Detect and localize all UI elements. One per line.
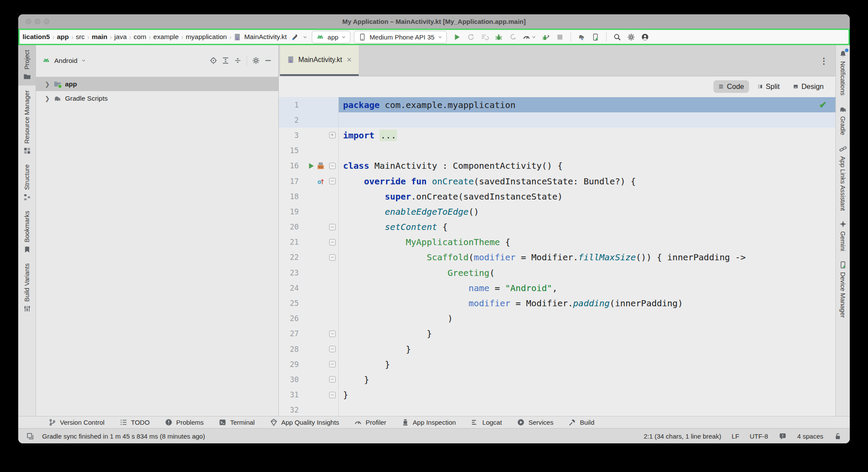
breadcrumb-item-app[interactable]: app (56, 33, 69, 41)
close-window-button[interactable] (26, 19, 31, 24)
breadcrumb-item-src[interactable]: src (75, 33, 85, 41)
sidebar-tab-gemini[interactable]: Gemini (836, 215, 850, 256)
code-editor[interactable]: CodeSplitDesign 1package com.example.mya… (279, 76, 835, 416)
editor-tab-mainactivity[interactable]: MainActivity.kt ✕ (280, 45, 359, 76)
project-view-mode[interactable]: Android (54, 57, 77, 65)
sidebar-tab-resource-manager[interactable]: Resource Manager (18, 85, 36, 160)
code-line-31[interactable]: 31−} (279, 387, 835, 403)
code-line-23[interactable]: 23 Greeting( (279, 265, 835, 280)
fold-collapse-icon[interactable]: − (329, 178, 336, 184)
sidebar-tab-device-manager[interactable]: Device Manager (836, 256, 850, 323)
fold-expand-icon[interactable]: + (329, 132, 336, 138)
line-number[interactable]: 27 (279, 329, 299, 338)
toolwindow-button-todo[interactable]: TODO (112, 416, 157, 428)
sidebar-tab-notifications[interactable]: Notifications (836, 45, 850, 100)
code-line-16[interactable]: 16−class MainActivity : ComponentActivit… (279, 158, 835, 174)
device-manager-button[interactable] (591, 33, 600, 41)
collapse-all-icon[interactable] (234, 56, 242, 65)
layout-windows-icon[interactable] (26, 432, 34, 440)
fold-collapse-icon[interactable]: − (329, 392, 336, 398)
line-number[interactable]: 22 (279, 253, 299, 262)
account-button[interactable] (641, 33, 649, 41)
code-line-22[interactable]: 22− Scaffold(modifier = Modifier.fillMax… (279, 250, 835, 265)
fold-collapse-icon[interactable]: − (329, 254, 336, 261)
line-number[interactable]: 16 (279, 161, 299, 170)
tree-row-gradle-scripts[interactable]: ❯Gradle Scripts (36, 91, 278, 105)
sidebar-tab-bookmarks[interactable]: Bookmarks (18, 206, 36, 259)
code-line-3[interactable]: 3+import ... (279, 128, 835, 143)
sidebar-tab-gradle[interactable]: Gradle (836, 100, 850, 140)
fold-collapse-icon[interactable]: − (329, 331, 336, 337)
toolwindow-button-terminal[interactable]: Terminal (211, 416, 262, 428)
code-line-24[interactable]: 24 name = "Android", (279, 280, 835, 295)
view-mode-code[interactable]: Code (713, 80, 749, 93)
inspection-ok-icon[interactable]: ✔ (819, 100, 827, 110)
line-number[interactable]: 17 (279, 177, 299, 186)
line-number[interactable]: 15 (279, 146, 299, 155)
caret-position[interactable]: 2:1 (34 chars, 1 line break) (644, 433, 721, 440)
line-number[interactable]: 30 (279, 375, 299, 384)
line-number[interactable]: 26 (279, 314, 299, 323)
code-line-2[interactable]: 2 (279, 112, 835, 128)
device-select[interactable]: Medium Phone API 35 (354, 31, 446, 43)
file-encoding[interactable]: UTF-8 (749, 433, 768, 440)
indent-setting[interactable]: 4 spaces (797, 433, 823, 440)
build-picker[interactable] (291, 33, 307, 41)
fold-collapse-icon[interactable]: − (329, 163, 336, 169)
zoom-window-button[interactable] (44, 19, 50, 24)
run-button[interactable] (453, 33, 461, 41)
panel-settings-icon[interactable] (252, 56, 260, 65)
hide-panel-icon[interactable] (264, 56, 272, 65)
profile-debuggable-button[interactable] (542, 33, 550, 41)
code-line-30[interactable]: 30− } (279, 372, 835, 387)
sidebar-tab-structure[interactable]: Structure (18, 160, 36, 206)
line-number[interactable]: 32 (279, 406, 299, 414)
fold-collapse-icon[interactable]: − (329, 361, 336, 367)
run-configuration-select[interactable]: app (312, 31, 350, 43)
code-line-18[interactable]: 18 super.onCreate(savedInstanceState) (279, 189, 835, 204)
profiler-button[interactable] (522, 33, 536, 41)
line-number[interactable]: 3 (279, 131, 299, 140)
breadcrumb-item-com[interactable]: com (133, 33, 147, 41)
toolwindow-button-profiler[interactable]: Profiler (347, 416, 394, 428)
fold-collapse-icon[interactable]: − (329, 224, 336, 230)
view-mode-split[interactable]: Split (752, 80, 785, 93)
code-line-25[interactable]: 25 modifier = Modifier.padding(innerPadd… (279, 295, 835, 311)
toolwindow-button-logcat[interactable]: Logcat (463, 416, 509, 428)
line-number[interactable]: 29 (279, 360, 299, 369)
run-line-icon[interactable] (307, 162, 315, 170)
line-number[interactable]: 31 (279, 390, 299, 399)
chevron-down-icon[interactable] (81, 58, 86, 63)
tree-row-app[interactable]: ❯app (36, 77, 278, 91)
chevron-right-icon[interactable]: ❯ (45, 81, 50, 88)
fold-collapse-icon[interactable]: − (329, 346, 336, 352)
breadcrumb-item-java[interactable]: java (114, 33, 127, 41)
fold-collapse-icon[interactable]: − (329, 376, 336, 383)
code-line-27[interactable]: 27− } (279, 326, 835, 341)
sidebar-tab-project[interactable]: Project (18, 45, 36, 85)
line-number[interactable]: 1 (279, 101, 299, 109)
locate-file-icon[interactable] (209, 56, 218, 65)
code-line-28[interactable]: 28− } (279, 341, 835, 357)
code-line-26[interactable]: 26 ) (279, 311, 835, 326)
search-everywhere-button[interactable] (613, 33, 621, 41)
chevron-right-icon[interactable]: ❯ (45, 95, 50, 102)
code-line-29[interactable]: 29− } (279, 357, 835, 372)
breadcrumb-item-lication5[interactable]: lication5 (22, 33, 50, 41)
toolwindow-button-app-inspection[interactable]: App Inspection (394, 416, 463, 428)
breadcrumb-item-file[interactable]: MainActivity.kt (233, 33, 287, 41)
code-line-19[interactable]: 19 enableEdgeToEdge() (279, 204, 835, 219)
breadcrumb-item-main[interactable]: main (91, 33, 108, 41)
sidebar-tab-build-variants[interactable]: Build Variants (18, 259, 36, 318)
code-line-21[interactable]: 21− MyApplicationTheme { (279, 235, 835, 250)
line-number[interactable]: 19 (279, 207, 299, 216)
fold-collapse-icon[interactable]: − (329, 239, 336, 246)
breadcrumb-item-myapplication[interactable]: myapplication (185, 33, 228, 41)
line-ending[interactable]: LF (732, 433, 739, 440)
toolwindow-button-problems[interactable]: Problems (157, 416, 211, 428)
view-mode-design[interactable]: Design (788, 80, 828, 93)
line-number[interactable]: 23 (279, 269, 299, 277)
toolwindow-button-services[interactable]: Services (509, 416, 561, 428)
compose-preview-icon[interactable] (317, 162, 325, 170)
override-method-icon[interactable] (317, 177, 325, 185)
